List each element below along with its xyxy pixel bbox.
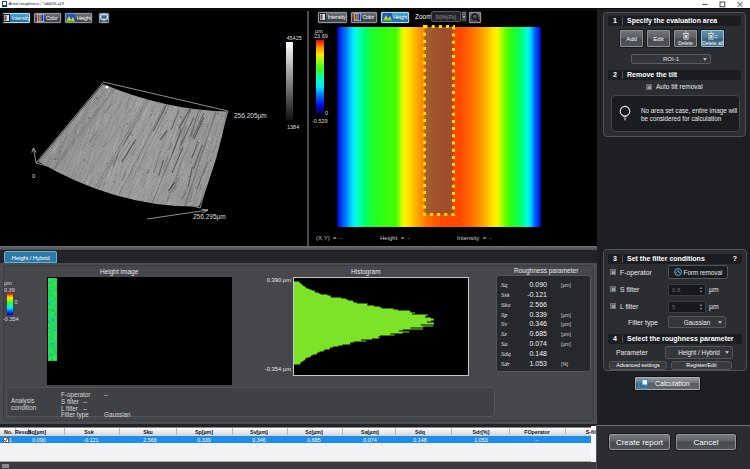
svg-text:256.205µm: 256.205µm: [234, 112, 267, 120]
svg-text:0: 0: [32, 173, 36, 179]
svg-text:1384: 1384: [287, 124, 299, 130]
svg-text:45425: 45425: [287, 35, 302, 41]
svg-text:256.295µm: 256.295µm: [193, 213, 226, 221]
